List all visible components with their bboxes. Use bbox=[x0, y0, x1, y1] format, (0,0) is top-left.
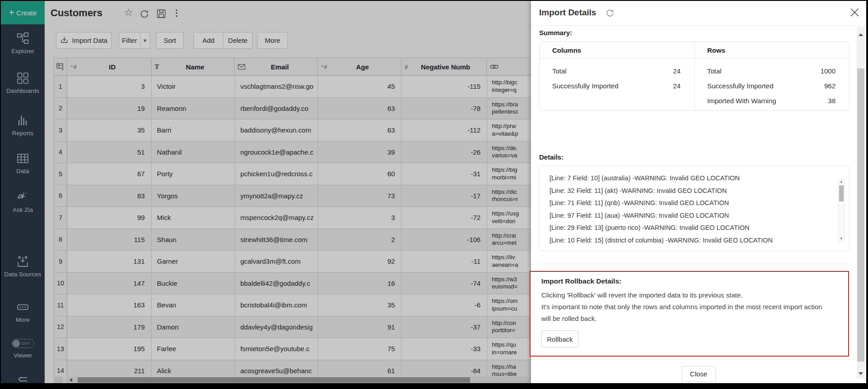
panel-scrollbar[interactable] bbox=[857, 27, 865, 379]
details-scrollbar[interactable]: ▲ ▼ bbox=[838, 178, 845, 242]
summary-row: Successfully Imported24 bbox=[540, 78, 694, 93]
panel-header: Import Details bbox=[531, 1, 866, 26]
summary-metric-value: 24 bbox=[673, 78, 681, 93]
summary-table: Columns Total24Successfully Imported24 R… bbox=[539, 41, 850, 111]
panel-refresh-icon[interactable] bbox=[605, 9, 614, 19]
summary-columns-section: Columns Total24Successfully Imported24 bbox=[540, 42, 694, 110]
details-scrollbar-thumb[interactable] bbox=[839, 185, 844, 201]
close-button[interactable]: Close bbox=[682, 366, 716, 382]
scroll-up-arrow-icon[interactable] bbox=[859, 33, 863, 36]
warning-line: [Line: 32 Field: 11] (akt) -WARNING: Inv… bbox=[549, 185, 826, 197]
summary-metric-label: Total bbox=[707, 64, 722, 78]
summary-metric-label: Imported With Warning bbox=[707, 93, 776, 108]
scroll-down-arrow-icon[interactable]: ▼ bbox=[840, 237, 843, 241]
footer-divider bbox=[531, 359, 855, 360]
panel-title: Import Details bbox=[539, 8, 596, 18]
stage: + Create ExplorerDashboardsReportsDataAs… bbox=[1, 1, 866, 383]
rollback-line1: Clicking 'Rollback' will revert the impo… bbox=[541, 291, 743, 299]
warning-line: [Line: 97 Field: 11] (aua) -WARNING: Inv… bbox=[549, 210, 826, 222]
summary-rows-header: Rows bbox=[695, 42, 850, 59]
summary-metric-value: 962 bbox=[824, 78, 836, 93]
summary-section-label: Summary: bbox=[539, 29, 572, 37]
warning-line: [Line: 10 Field: 15] (district of columb… bbox=[549, 234, 826, 247]
modal-dim-overlay bbox=[1, 1, 531, 383]
summary-metric-label: Successfully Imported bbox=[552, 78, 619, 93]
import-details-panel: Import Details Summary: Columns Total24S… bbox=[531, 1, 866, 383]
panel-scrollbar-thumb[interactable] bbox=[857, 69, 864, 362]
summary-row: Imported With Warning38 bbox=[695, 93, 850, 108]
warning-line: [Line: 71 Field: 11] (qnb) -WARNING: Inv… bbox=[549, 197, 826, 210]
summary-row: Successfully Imported962 bbox=[695, 78, 850, 93]
summary-metric-label: Successfully Imported bbox=[707, 78, 774, 93]
rollback-line2: It's important to note that only the row… bbox=[541, 303, 822, 322]
details-section-label: Details: bbox=[539, 153, 563, 161]
summary-metric-value: 38 bbox=[828, 93, 836, 108]
rollback-button[interactable]: Rollback bbox=[541, 330, 578, 348]
scroll-down-arrow-icon[interactable] bbox=[859, 372, 863, 375]
details-warning-list: [Line: 7 Field: 10] (australia) -WARNING… bbox=[539, 165, 850, 251]
rollback-heading: Import Rollback Details: bbox=[541, 277, 838, 285]
warning-line: [Line: 7 Field: 10] (australia) -WARNING… bbox=[549, 172, 826, 185]
section-divider bbox=[539, 264, 848, 264]
import-rollback-section: Import Rollback Details: Clicking 'Rollb… bbox=[530, 271, 849, 357]
summary-metric-value: 24 bbox=[673, 64, 681, 78]
summary-row: Total1000 bbox=[695, 64, 850, 78]
summary-columns-header: Columns bbox=[540, 42, 694, 59]
summary-metric-value: 1000 bbox=[821, 64, 836, 78]
scroll-up-arrow-icon[interactable]: ▲ bbox=[840, 179, 843, 183]
close-icon[interactable] bbox=[850, 8, 859, 18]
summary-metric-label: Total bbox=[552, 64, 567, 78]
rollback-description: Clicking 'Rollback' will revert the impo… bbox=[541, 289, 826, 325]
summary-row: Total24 bbox=[540, 64, 694, 78]
app-screen: + Create ExplorerDashboardsReportsDataAs… bbox=[0, 0, 868, 389]
summary-rows-section: Rows Total1000Successfully Imported962Im… bbox=[694, 42, 850, 110]
warning-line: [Line: 29 Field: 13] (puerto rico) -WARN… bbox=[549, 222, 826, 234]
